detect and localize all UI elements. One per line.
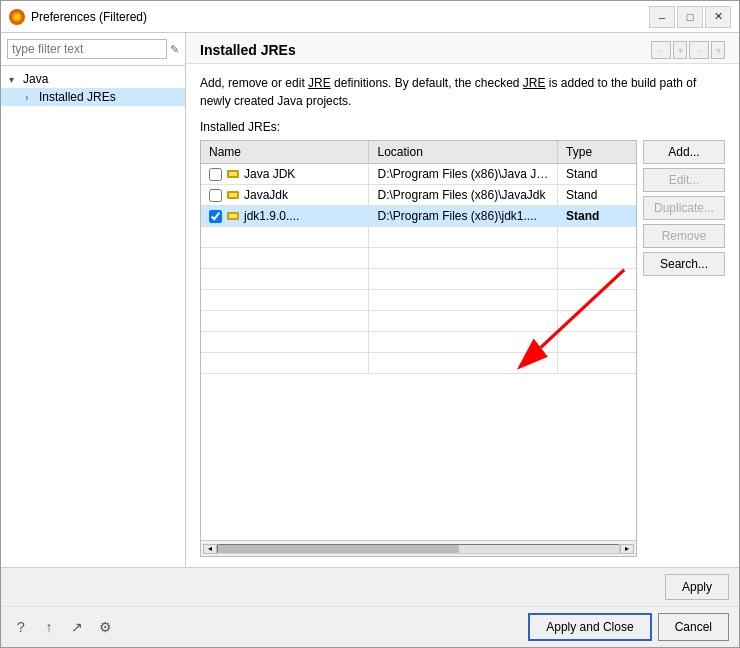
title-bar: Preferences (Filtered) – □ ✕	[1, 1, 739, 33]
back-dropdown-button[interactable]: ▾	[673, 41, 687, 59]
table-row[interactable]: jdk1.9.0.... D:\Program Files (x86)\jdk1…	[201, 206, 636, 227]
window-icon	[9, 9, 25, 25]
tree-arrow-java: ▾	[9, 74, 19, 85]
scroll-left-btn[interactable]: ◂	[203, 544, 217, 554]
search-button[interactable]: Search...	[643, 252, 725, 276]
side-buttons: Add... Edit... Duplicate... Remove Searc…	[643, 140, 725, 557]
help-icon[interactable]: ?	[11, 617, 31, 637]
table-row-empty	[201, 290, 636, 311]
row1-checkbox[interactable]	[209, 168, 222, 181]
horizontal-scrollbar[interactable]: ◂ ▸	[201, 540, 636, 556]
svg-rect-3	[229, 172, 237, 176]
row2-type: Stand	[558, 185, 636, 206]
close-button[interactable]: ✕	[705, 6, 731, 28]
table-row-empty	[201, 269, 636, 290]
description-text: Add, remove or edit JRE definitions. By …	[200, 74, 725, 110]
row3-name: jdk1.9.0....	[201, 206, 369, 227]
cancel-button[interactable]: Cancel	[658, 613, 729, 641]
svg-rect-7	[229, 214, 237, 218]
duplicate-button[interactable]: Duplicate...	[643, 196, 725, 220]
row3-type: Stand	[558, 206, 636, 227]
remove-button[interactable]: Remove	[643, 224, 725, 248]
bottom-bar: Apply ? ↑ ↗ ⚙ Apply and Close Cancel	[1, 567, 739, 647]
filter-box: ✎	[1, 33, 185, 66]
col-name[interactable]: Name	[201, 141, 369, 164]
table-body: Java JDK D:\Program Files (x86)\Java JDK…	[201, 164, 636, 374]
edit-button[interactable]: Edit...	[643, 168, 725, 192]
maximize-button[interactable]: □	[677, 6, 703, 28]
scroll-right-btn[interactable]: ▸	[620, 544, 634, 554]
jre-table-container: Name Location Type	[200, 140, 725, 557]
tree: ▾ Java › Installed JREs	[1, 66, 185, 567]
table-row-empty	[201, 353, 636, 374]
col-location[interactable]: Location	[369, 141, 558, 164]
add-button[interactable]: Add...	[643, 140, 725, 164]
preferences-window: Preferences (Filtered) – □ ✕ ✎ ▾ Java › …	[0, 0, 740, 648]
row1-name-text: Java JDK	[244, 167, 295, 181]
table-row-empty	[201, 227, 636, 248]
table-row-empty	[201, 332, 636, 353]
apply-row: Apply	[1, 568, 739, 607]
export-icon[interactable]: ↗	[67, 617, 87, 637]
panel-body: Add, remove or edit JRE definitions. By …	[186, 64, 739, 567]
svg-rect-5	[229, 193, 237, 197]
jre-table-wrapper: Name Location Type	[200, 140, 637, 557]
table-header: Name Location Type	[201, 141, 636, 164]
row2-checkbox[interactable]	[209, 189, 222, 202]
col-type[interactable]: Type	[558, 141, 636, 164]
row3-location: D:\Program Files (x86)\jdk1....	[369, 206, 558, 227]
row2-location: D:\Program Files (x86)\JavaJdk	[369, 185, 558, 206]
footer-icons: ? ↑ ↗ ⚙	[11, 617, 520, 637]
panel-title: Installed JREs	[200, 42, 643, 58]
row3-name-text: jdk1.9.0....	[244, 209, 299, 223]
table-row-empty	[201, 311, 636, 332]
tree-item-installed-jres[interactable]: › Installed JREs	[1, 88, 185, 106]
jre-table: Name Location Type	[201, 141, 636, 374]
panel-header: Installed JREs ← ▾ → ▾	[186, 33, 739, 64]
tree-arrow-installed: ›	[25, 92, 35, 103]
window-controls: – □ ✕	[649, 6, 731, 28]
back-button[interactable]: ←	[651, 41, 671, 59]
main-content: ✎ ▾ Java › Installed JREs Installed JREs…	[1, 33, 739, 567]
forward-dropdown-button[interactable]: ▾	[711, 41, 725, 59]
apply-and-close-button[interactable]: Apply and Close	[528, 613, 651, 641]
table-row-empty	[201, 248, 636, 269]
jre-icon-3	[226, 209, 240, 223]
row2-name-text: JavaJdk	[244, 188, 288, 202]
filter-clear-icon[interactable]: ✎	[169, 41, 179, 57]
installed-label: Installed JREs:	[200, 120, 725, 134]
jre-link-2: JRE	[523, 76, 546, 90]
scrollbar-track[interactable]	[217, 544, 620, 554]
table-scroll-area[interactable]: Name Location Type	[201, 141, 636, 540]
jre-icon-1	[226, 167, 240, 181]
table-row[interactable]: JavaJdk D:\Program Files (x86)\JavaJdk S…	[201, 185, 636, 206]
row1-type: Stand	[558, 164, 636, 185]
footer-bar: ? ↑ ↗ ⚙ Apply and Close Cancel	[1, 607, 739, 647]
footer-buttons: Apply and Close Cancel	[528, 613, 729, 641]
filter-input[interactable]	[7, 39, 167, 59]
tree-label-java: Java	[23, 72, 48, 86]
row2-name: JavaJdk	[201, 185, 369, 206]
scrollbar-thumb	[218, 545, 459, 553]
sidebar: ✎ ▾ Java › Installed JREs	[1, 33, 186, 567]
import-icon[interactable]: ↑	[39, 617, 59, 637]
forward-button[interactable]: →	[689, 41, 709, 59]
minimize-button[interactable]: –	[649, 6, 675, 28]
panel-content-area: Add, remove or edit JRE definitions. By …	[186, 64, 739, 567]
tree-item-java[interactable]: ▾ Java	[1, 70, 185, 88]
apply-button[interactable]: Apply	[665, 574, 729, 600]
nav-arrows: ← ▾ → ▾	[651, 41, 725, 59]
jre-icon-2	[226, 188, 240, 202]
window-title: Preferences (Filtered)	[31, 10, 649, 24]
jre-link: JRE	[308, 76, 331, 90]
row1-name: Java JDK	[201, 164, 369, 185]
svg-point-1	[14, 14, 20, 20]
row1-location: D:\Program Files (x86)\Java JDK	[369, 164, 558, 185]
table-row[interactable]: Java JDK D:\Program Files (x86)\Java JDK…	[201, 164, 636, 185]
row3-checkbox[interactable]	[209, 210, 222, 223]
right-panel: Installed JREs ← ▾ → ▾ Add, remove or ed…	[186, 33, 739, 567]
preferences-icon[interactable]: ⚙	[95, 617, 115, 637]
tree-label-installed-jres: Installed JREs	[39, 90, 116, 104]
